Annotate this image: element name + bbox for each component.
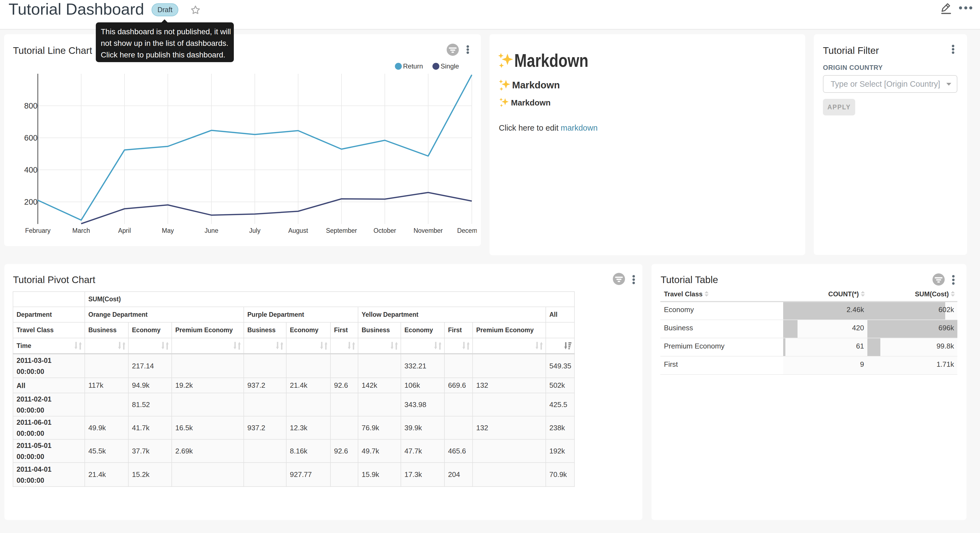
- svg-text:400: 400: [24, 166, 38, 174]
- svg-text:October: October: [374, 227, 396, 234]
- svg-text:August: August: [288, 227, 308, 234]
- svg-text:Single: Single: [441, 62, 459, 70]
- svg-text:March: March: [72, 227, 90, 234]
- svg-text:May: May: [162, 227, 174, 234]
- svg-text:April: April: [118, 227, 131, 234]
- svg-text:June: June: [205, 227, 218, 234]
- svg-text:September: September: [326, 227, 357, 234]
- svg-text:800: 800: [24, 101, 38, 110]
- svg-text:600: 600: [24, 133, 38, 142]
- svg-text:July: July: [249, 227, 261, 234]
- svg-text:November: November: [414, 227, 443, 234]
- svg-text:200: 200: [24, 198, 38, 206]
- svg-text:Return: Return: [403, 62, 423, 70]
- svg-text:December: December: [457, 227, 477, 234]
- svg-text:February: February: [25, 227, 51, 234]
